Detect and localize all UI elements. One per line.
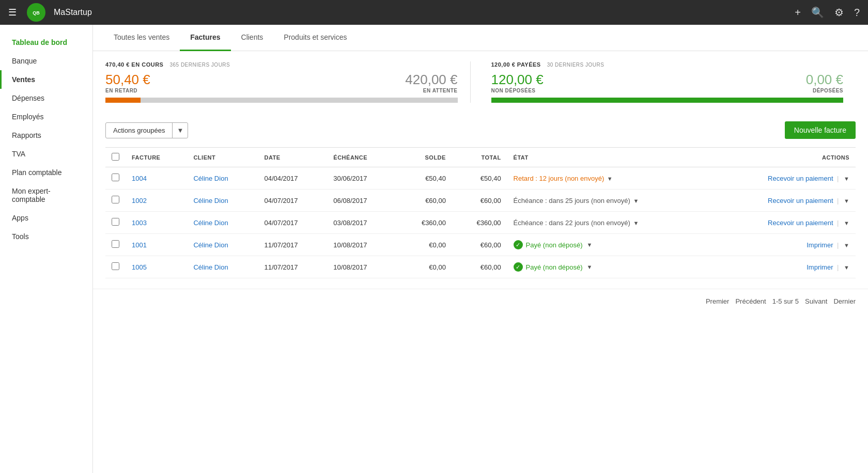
- row-action-primary[interactable]: Recevoir un paiement: [768, 219, 833, 227]
- row-checkbox[interactable]: [112, 174, 119, 181]
- sidebar-item-banque[interactable]: Banque: [0, 52, 92, 70]
- nouvelle-facture-button[interactable]: Nouvelle facture: [785, 121, 856, 139]
- sidebar-item-plan-comptable[interactable]: Plan comptable: [0, 163, 92, 182]
- row-checkbox[interactable]: [112, 262, 119, 270]
- row-status[interactable]: Échéance : dans 25 jours (non envoyé) ▼: [507, 190, 715, 212]
- row-client[interactable]: Céline Dion: [187, 167, 258, 190]
- row-echeance: 06/08/2017: [327, 190, 397, 212]
- pagination-first[interactable]: Premier: [706, 297, 730, 305]
- row-status[interactable]: Échéance : dans 22 jours (non envoyé) ▼: [507, 212, 715, 234]
- sidebar-item-depenses[interactable]: Dépenses: [0, 89, 92, 107]
- select-all-checkbox[interactable]: [112, 153, 119, 161]
- row-action-primary[interactable]: Imprimer: [807, 241, 833, 249]
- summary-payees-nondeposees-amount: 120,00 €: [491, 72, 544, 88]
- summary-payees-nondeposees: 120,00 € NON DÉPOSÉES: [491, 72, 544, 93]
- row-facture-id[interactable]: 1003: [126, 212, 187, 234]
- row-action-primary[interactable]: Imprimer: [807, 263, 833, 271]
- row-actions-cell: Recevoir un paiement | ▼: [714, 167, 856, 190]
- row-facture-id[interactable]: 1001: [126, 234, 187, 256]
- row-client[interactable]: Céline Dion: [187, 212, 258, 234]
- summary-payees-header: 120,00 € PAYÉES 30 DERNIERS JOURS: [491, 61, 844, 68]
- summary-payees-amounts: 120,00 € NON DÉPOSÉES 0,00 € DÉPOSÉES: [491, 72, 844, 93]
- tab-produits-et-services[interactable]: Produits et services: [273, 25, 357, 51]
- row-checkbox-cell: [105, 234, 126, 256]
- action-divider: |: [835, 241, 841, 249]
- summary-payees-period: 30 DERNIERS JOURS: [547, 62, 605, 68]
- row-action-dropdown-icon[interactable]: ▼: [844, 198, 849, 204]
- pagination-last[interactable]: Dernier: [833, 297, 856, 305]
- row-total: €60,00: [452, 256, 507, 278]
- row-solde: €60,00: [397, 190, 452, 212]
- summary-payees-deposees-label: DÉPOSÉES: [806, 88, 843, 93]
- row-action-dropdown-icon[interactable]: ▼: [844, 242, 849, 248]
- row-action-dropdown-icon[interactable]: ▼: [844, 220, 849, 226]
- row-action-primary[interactable]: Recevoir un paiement: [768, 197, 833, 204]
- pagination-info: 1-5 sur 5: [772, 297, 799, 305]
- row-checkbox[interactable]: [112, 196, 119, 203]
- row-facture-id[interactable]: 1004: [126, 167, 187, 190]
- sidebar-item-mon-expert-comptable[interactable]: Mon expert-comptable: [0, 182, 92, 209]
- row-date: 11/07/2017: [258, 234, 327, 256]
- sidebar-item-rapports[interactable]: Rapports: [0, 126, 92, 145]
- check-circle-icon: ✓: [514, 240, 523, 249]
- row-checkbox[interactable]: [112, 218, 119, 226]
- sidebar-item-tva[interactable]: TVA: [0, 145, 92, 163]
- sidebar-item-apps[interactable]: Apps: [0, 209, 92, 227]
- action-divider: |: [835, 175, 841, 182]
- top-nav: ☰ QB MaStartup + 🔍 ⚙ ?: [0, 0, 868, 25]
- settings-icon[interactable]: ⚙: [834, 6, 844, 19]
- status-dropdown-icon[interactable]: ▼: [586, 264, 592, 270]
- row-facture-id[interactable]: 1002: [126, 190, 187, 212]
- row-action-dropdown-icon[interactable]: ▼: [844, 264, 849, 271]
- logo: QB: [27, 3, 45, 22]
- row-action-primary[interactable]: Recevoir un paiement: [768, 175, 833, 182]
- row-actions-cell: Imprimer | ▼: [714, 256, 856, 278]
- row-solde: €50,40: [397, 167, 452, 190]
- summary-encours-progressbar: [105, 98, 458, 103]
- status-text: Payé (non déposé): [526, 263, 583, 271]
- plus-icon[interactable]: +: [795, 7, 801, 19]
- help-icon[interactable]: ?: [854, 7, 860, 19]
- actions-groupees-dropdown-icon[interactable]: ▼: [172, 123, 188, 138]
- pagination-prev[interactable]: Précédent: [735, 297, 766, 305]
- row-client[interactable]: Céline Dion: [187, 256, 258, 278]
- tab-clients[interactable]: Clients: [231, 25, 274, 51]
- row-facture-id[interactable]: 1005: [126, 256, 187, 278]
- row-status[interactable]: Retard : 12 jours (non envoyé) ▼: [507, 167, 715, 190]
- row-status[interactable]: ✓Payé (non déposé) ▼: [507, 256, 715, 278]
- tab-toutes-les-ventes[interactable]: Toutes les ventes: [103, 25, 180, 51]
- hamburger-icon[interactable]: ☰: [8, 7, 17, 18]
- tab-factures[interactable]: Factures: [180, 25, 230, 51]
- sidebar-item-tools[interactable]: Tools: [0, 227, 92, 246]
- row-total: €50,40: [452, 167, 507, 190]
- summary-encours-progressbar-fill: [105, 98, 141, 103]
- table-header-row: FACTURE CLIENT DATE ÉCHÉANCE SOLDE TOTAL…: [105, 148, 856, 167]
- row-checkbox[interactable]: [112, 240, 119, 248]
- actions-groupees-label: Actions groupées: [106, 123, 172, 138]
- row-status[interactable]: ✓Payé (non déposé) ▼: [507, 234, 715, 256]
- status-dropdown-icon[interactable]: ▼: [633, 220, 639, 226]
- tabs: Toutes les ventes Factures Clients Produ…: [93, 25, 868, 51]
- summary-encours-period: 365 DERNIERS JOURS: [169, 62, 230, 68]
- summary-encours-total: 470,40 € EN COURS: [105, 61, 163, 68]
- status-dropdown-icon[interactable]: ▼: [586, 242, 592, 248]
- row-client[interactable]: Céline Dion: [187, 234, 258, 256]
- th-solde: SOLDE: [397, 148, 452, 167]
- row-action-dropdown-icon[interactable]: ▼: [844, 176, 849, 182]
- status-dropdown-icon[interactable]: ▼: [633, 198, 639, 204]
- row-solde: €360,00: [397, 212, 452, 234]
- search-icon[interactable]: 🔍: [811, 6, 824, 19]
- pagination-next[interactable]: Suivant: [805, 297, 827, 305]
- row-echeance: 30/06/2017: [327, 167, 397, 190]
- sidebar-item-ventes[interactable]: Ventes: [0, 70, 92, 89]
- sidebar-item-tableau-de-bord[interactable]: Tableau de bord: [0, 33, 92, 52]
- sidebar-item-employes[interactable]: Employés: [0, 107, 92, 126]
- actions-row: Actions groupées ▼ Nouvelle facture: [93, 113, 868, 147]
- status-paid: ✓Payé (non déposé) ▼: [514, 240, 708, 249]
- row-client[interactable]: Céline Dion: [187, 190, 258, 212]
- row-actions-cell: Recevoir un paiement | ▼: [714, 212, 856, 234]
- status-dropdown-icon[interactable]: ▼: [607, 176, 613, 182]
- row-checkbox-cell: [105, 212, 126, 234]
- actions-groupees-button[interactable]: Actions groupées ▼: [105, 122, 188, 138]
- row-echeance: 03/08/2017: [327, 212, 397, 234]
